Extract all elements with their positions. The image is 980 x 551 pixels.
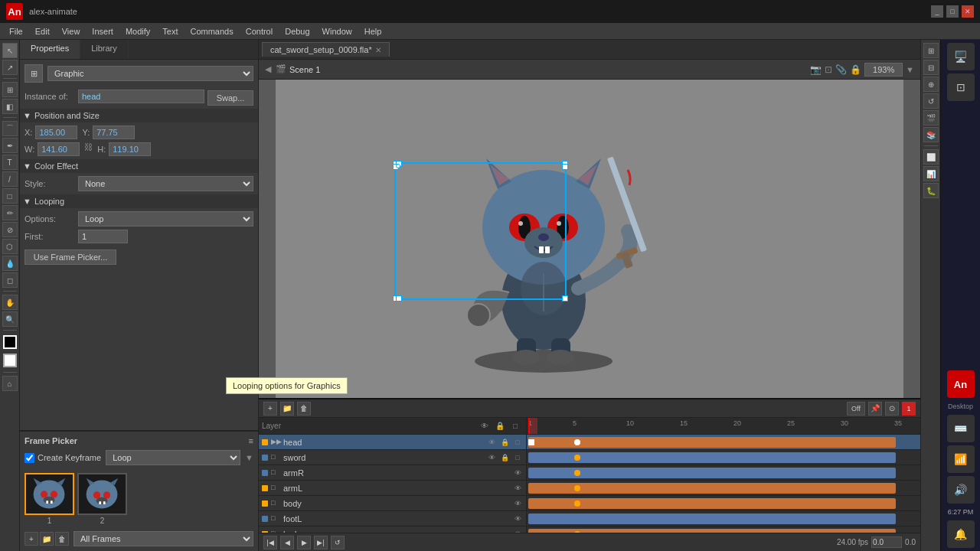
style-dropdown[interactable]: None bbox=[78, 176, 253, 191]
h-input[interactable]: 119.10 bbox=[109, 142, 151, 156]
link-icon[interactable]: ⛓ bbox=[84, 142, 93, 156]
keyboard-icon[interactable]: ⌨️ bbox=[947, 415, 975, 442]
adobe-animate-icon[interactable]: An bbox=[947, 370, 975, 398]
menu-control[interactable]: Control bbox=[240, 25, 279, 37]
select-tool[interactable]: ↖ bbox=[2, 43, 18, 58]
menu-view[interactable]: View bbox=[56, 25, 87, 37]
onion-skin-button[interactable]: ⊙ bbox=[885, 402, 899, 416]
first-input[interactable]: 1 bbox=[78, 230, 128, 243]
gradient-tool[interactable]: ◧ bbox=[2, 99, 18, 114]
layer-folder-button[interactable]: 📁 bbox=[40, 532, 54, 546]
menu-edit[interactable]: Edit bbox=[29, 25, 56, 37]
zoom-dropdown-arrow-icon[interactable]: ▼ bbox=[906, 65, 914, 74]
menu-debug[interactable]: Debug bbox=[279, 25, 315, 37]
text-tool[interactable]: T bbox=[2, 155, 18, 170]
frame-thumb-1[interactable]: 1 bbox=[24, 473, 74, 525]
delete-layer-button[interactable]: 🗑 bbox=[297, 402, 311, 416]
fill-color[interactable] bbox=[3, 354, 17, 367]
layer-outline-sword[interactable]: □ bbox=[512, 452, 523, 463]
paint-bucket-tool[interactable]: ⬡ bbox=[2, 239, 18, 254]
current-time-input[interactable] bbox=[871, 536, 902, 548]
eraser-tool[interactable]: ◻ bbox=[2, 272, 18, 288]
layer-eye-armR[interactable]: 👁 bbox=[512, 468, 523, 478]
layer-eye-footL[interactable]: 👁 bbox=[512, 514, 523, 524]
screen-icon[interactable]: 🖥️ bbox=[947, 43, 975, 70]
instance-of-input[interactable]: head bbox=[78, 90, 204, 103]
align-icon[interactable]: ⊟ bbox=[923, 60, 939, 75]
menu-insert[interactable]: Insert bbox=[86, 25, 119, 37]
canvas-icon[interactable]: ⬜ bbox=[923, 149, 939, 165]
hand-tool[interactable]: ✋ bbox=[2, 295, 18, 310]
off-button[interactable]: Off bbox=[847, 402, 865, 416]
symbol-type-dropdown[interactable]: Graphic bbox=[47, 66, 253, 81]
layer-lock-sword[interactable]: 🔒 bbox=[499, 452, 510, 463]
play-button[interactable]: ▶ bbox=[297, 536, 311, 549]
frame-thumb-1-img[interactable] bbox=[24, 473, 74, 515]
layer-delete-button[interactable]: 🗑 bbox=[55, 532, 69, 546]
stage[interactable] bbox=[259, 80, 920, 398]
layer-row-body[interactable]: □ body 👁 bbox=[259, 496, 526, 511]
menu-file[interactable]: File bbox=[3, 25, 29, 37]
menu-help[interactable]: Help bbox=[358, 25, 388, 37]
options-dropdown[interactable]: Loop Play Once Single Frame bbox=[78, 211, 253, 227]
pencil-tool[interactable]: ✏ bbox=[2, 205, 18, 220]
y-input[interactable]: 77.75 bbox=[93, 126, 135, 139]
frame-thumb-2[interactable]: 2 bbox=[77, 473, 127, 525]
layer-eye-head[interactable]: 👁 bbox=[486, 437, 497, 448]
frame-picker-menu-icon[interactable]: ≡ bbox=[249, 436, 253, 445]
layer-lock-head[interactable]: 🔒 bbox=[499, 437, 510, 448]
use-frame-picker-button[interactable]: Use Frame Picker... bbox=[24, 249, 116, 265]
tab-library[interactable]: Library bbox=[80, 40, 129, 59]
tab-properties[interactable]: Properties bbox=[20, 40, 80, 59]
frames-panel[interactable]: 1 5 10 15 20 25 30 35 bbox=[527, 418, 920, 533]
menu-text[interactable]: Text bbox=[156, 25, 184, 37]
layer-add-button[interactable]: + bbox=[24, 532, 38, 546]
all-frames-dropdown[interactable]: All Frames bbox=[74, 531, 253, 546]
bone-tool[interactable]: ⌂ bbox=[2, 376, 18, 391]
menu-commands[interactable]: Commands bbox=[184, 25, 239, 37]
back-arrow-icon[interactable]: ◀ bbox=[265, 64, 271, 74]
menu-window[interactable]: Window bbox=[316, 25, 358, 37]
color-section-header[interactable]: ▼ Color Effect bbox=[20, 159, 258, 173]
volume-icon[interactable]: 🔊 bbox=[947, 476, 975, 504]
network-icon[interactable]: 📶 bbox=[947, 445, 975, 473]
new-layer-button[interactable]: + bbox=[263, 402, 277, 416]
layer-row-legL[interactable]: □ legL 👁 bbox=[259, 527, 526, 533]
menu-modify[interactable]: Modify bbox=[119, 25, 156, 37]
layer-row-sword[interactable]: □ sword 👁 🔒 □ bbox=[259, 450, 526, 465]
x-input[interactable]: 185.00 bbox=[35, 126, 77, 139]
zoom-tool[interactable]: 🔍 bbox=[2, 311, 18, 327]
pen-tool[interactable]: ✒ bbox=[2, 138, 18, 153]
looping-section-header[interactable]: ▼ Looping bbox=[20, 194, 258, 208]
layer-eye-body[interactable]: 👁 bbox=[512, 498, 523, 509]
close-button[interactable]: ✕ bbox=[962, 5, 974, 18]
go-prev-button[interactable]: ◀ bbox=[280, 536, 294, 549]
titlebar-controls[interactable]: _ □ ✕ bbox=[931, 5, 974, 18]
swap-button[interactable]: Swap... bbox=[207, 90, 253, 106]
shape-tool[interactable]: □ bbox=[2, 188, 18, 204]
file-tab-close-icon[interactable]: ✕ bbox=[375, 46, 381, 54]
layer-row-armL[interactable]: □ armL 👁 bbox=[259, 481, 526, 496]
new-folder-button[interactable]: 📁 bbox=[280, 402, 294, 416]
debug-icon[interactable]: 🐛 bbox=[923, 183, 939, 198]
go-next-button[interactable]: ▶| bbox=[314, 536, 328, 549]
layer-eye-armL[interactable]: 👁 bbox=[512, 483, 523, 494]
properties-icon[interactable]: ⊞ bbox=[923, 43, 939, 58]
brush-tool[interactable]: ⊘ bbox=[2, 222, 18, 237]
notification-icon[interactable]: 🔔 bbox=[947, 520, 975, 548]
restore-button[interactable]: □ bbox=[946, 5, 959, 18]
loop-button[interactable]: ↺ bbox=[331, 536, 345, 549]
position-section-header[interactable]: ▼ Position and Size bbox=[20, 109, 258, 122]
free-transform-tool[interactable]: ⊞ bbox=[2, 82, 18, 97]
lasso-tool[interactable]: ⌒ bbox=[2, 121, 18, 136]
file-tab[interactable]: cat_sword_setup_0009.fla* ✕ bbox=[262, 42, 390, 57]
components-icon[interactable]: ⊕ bbox=[923, 77, 939, 92]
eyedropper-tool[interactable]: 💧 bbox=[2, 256, 18, 271]
output-icon[interactable]: 📊 bbox=[923, 166, 939, 181]
layer-row-armR[interactable]: □ armR 👁 bbox=[259, 465, 526, 481]
zoom-input[interactable]: 193% bbox=[864, 63, 903, 77]
w-input[interactable]: 141.60 bbox=[38, 142, 80, 156]
go-first-button[interactable]: |◀ bbox=[263, 536, 277, 549]
frame-thumb-2-img[interactable] bbox=[77, 473, 127, 515]
create-keyframe-checkbox[interactable] bbox=[24, 453, 34, 463]
